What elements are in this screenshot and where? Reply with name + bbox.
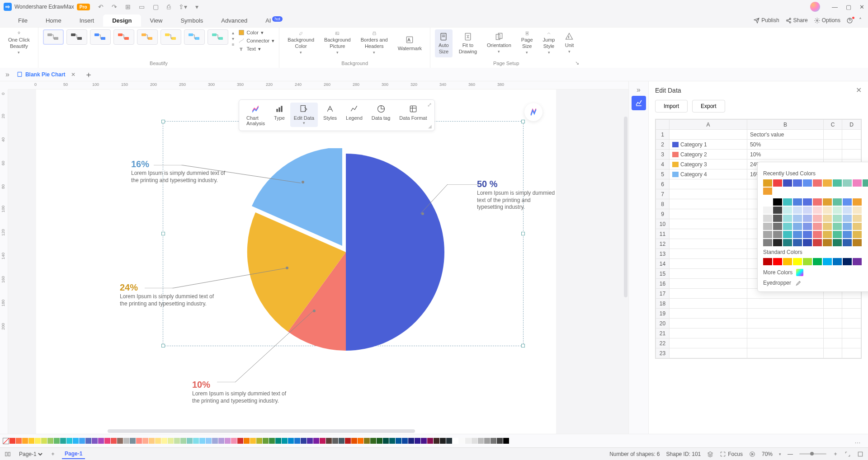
unit-button[interactable]: !Unit▾ [561,29,577,57]
theme-8[interactable] [208,29,228,45]
color-swatch[interactable] [773,231,782,238]
color-swatch[interactable] [773,258,782,265]
color-swatch[interactable] [763,231,772,238]
quick-color-swatch[interactable] [345,438,351,444]
vertical-scrollbar[interactable] [624,117,627,297]
menu-advanced[interactable]: Advanced [212,14,256,27]
color-swatch[interactable] [823,198,832,206]
color-swatch[interactable] [773,239,782,246]
quick-color-swatch[interactable] [22,438,28,444]
export-icon[interactable]: ⇪▾ [179,3,187,10]
cell-b1[interactable]: Sector's value [747,130,824,140]
quick-color-swatch[interactable] [497,438,503,444]
color-swatch[interactable] [823,258,832,265]
quick-color-swatch[interactable] [478,438,484,444]
resize-handle[interactable] [161,232,165,235]
quick-color-swatch[interactable] [47,438,53,444]
color-swatch[interactable] [813,239,822,246]
color-swatch[interactable] [843,179,852,187]
color-swatch[interactable] [853,239,862,246]
redo-icon[interactable]: ↷ [112,3,117,10]
quick-color-swatch[interactable] [85,438,91,444]
help-button[interactable] [847,18,853,23]
theme-1[interactable] [43,29,64,45]
quick-color-swatch[interactable] [415,438,420,444]
color-swatch[interactable] [793,179,802,187]
color-swatch[interactable] [803,207,812,214]
quick-color-swatch[interactable] [320,438,326,444]
quick-color-swatch[interactable] [136,438,142,444]
row-15[interactable]: 15 [656,269,670,279]
row-9[interactable]: 9 [656,209,670,219]
color-swatch[interactable] [763,215,772,222]
color-swatch[interactable] [763,223,772,230]
row-20[interactable]: 20 [656,319,670,329]
quick-color-swatch[interactable] [465,438,471,444]
color-swatch[interactable] [813,179,822,187]
color-swatch[interactable] [773,223,782,230]
color-swatch[interactable] [773,207,782,214]
color-swatch[interactable] [813,207,822,214]
quick-color-swatch[interactable] [301,438,307,444]
canvas[interactable]: 50 % Lorem Ipsum is simply dummied text … [8,89,628,434]
color-swatch[interactable] [853,198,862,206]
quick-color-swatch[interactable] [313,438,319,444]
quick-color-swatch[interactable] [408,438,414,444]
row-21[interactable]: 21 [656,329,670,338]
color-swatch[interactable] [843,239,852,246]
theme-scroll-up[interactable]: ▴ [232,30,235,35]
close-panel-icon[interactable]: ✕ [856,86,862,94]
quickbar-more[interactable]: … [854,437,865,445]
fit-drawing-button[interactable]: Fit to Drawing [455,29,481,57]
quick-color-swatch[interactable] [79,438,85,444]
ai-assistant-button[interactable] [524,103,542,121]
orientation-button[interactable]: Orientation▾ [483,29,515,57]
color-swatch[interactable] [843,215,852,222]
quick-color-swatch[interactable] [187,438,193,444]
row-19[interactable]: 19 [656,309,670,319]
quick-color-swatch[interactable] [263,438,269,444]
row-10[interactable]: 10 [656,219,670,229]
quick-color-swatch[interactable] [472,438,477,444]
color-swatch[interactable] [833,179,842,187]
quick-color-swatch[interactable] [212,438,218,444]
row-5[interactable]: 5 [656,169,670,179]
expand-panel-icon[interactable]: » [3,70,12,79]
color-swatch[interactable] [793,215,802,222]
borders-headers-button[interactable]: Borders and Headers▾ [357,29,392,57]
quick-color-swatch[interactable] [73,438,79,444]
cell-a3[interactable]: Category 2 [670,150,747,160]
quick-color-swatch[interactable] [155,438,161,444]
color-swatch[interactable] [783,179,792,187]
row-16[interactable]: 16 [656,279,670,289]
color-swatch[interactable] [823,231,832,238]
row-13[interactable]: 13 [656,249,670,259]
color-swatch[interactable] [853,258,862,265]
resize-handle[interactable] [521,120,525,123]
quick-color-swatch[interactable] [294,438,300,444]
quick-color-swatch[interactable] [434,438,439,444]
one-click-beautify-button[interactable]: One Click Beautify▾ [5,29,33,57]
color-swatch[interactable] [783,215,792,222]
jump-style-button[interactable]: Jump Style▾ [539,29,559,57]
watermark-button[interactable]: AWatermark [394,29,425,57]
color-swatch[interactable] [843,207,852,214]
add-tab-button[interactable]: ＋ [85,69,93,80]
quick-color-swatch[interactable] [275,438,281,444]
focus-button[interactable]: Focus [720,451,743,457]
color-swatch[interactable] [813,198,822,206]
menu-design[interactable]: Design [103,14,141,27]
user-avatar[interactable] [810,2,820,12]
row-8[interactable]: 8 [656,199,670,209]
quick-color-swatch[interactable] [149,438,155,444]
quick-color-swatch[interactable] [123,438,129,444]
zoom-out-button[interactable]: — [788,451,793,457]
tab-close-icon[interactable]: ✕ [71,71,75,78]
cell-b3[interactable]: 10% [747,150,824,160]
import-button[interactable]: Import [655,100,688,113]
color-swatch[interactable] [793,239,802,246]
color-swatch[interactable] [763,198,772,206]
menu-ai[interactable]: AIhot [256,14,292,27]
color-swatch[interactable] [763,188,772,195]
quick-color-swatch[interactable] [174,438,180,444]
